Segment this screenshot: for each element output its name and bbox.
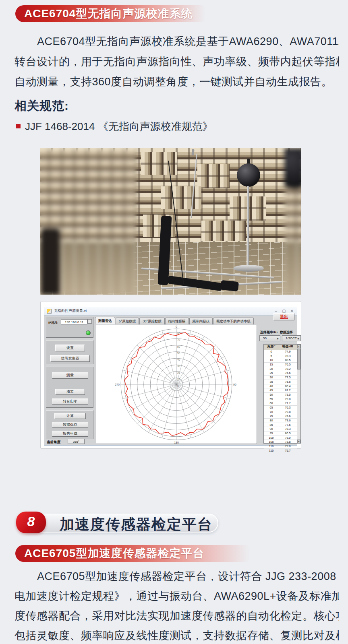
clear-button[interactable]: 清零 [55, 389, 85, 395]
source-group: 设置 信号发生器 [46, 340, 93, 364]
paragraph-line: 度传感器配合，采用对比法实现加速度传感器的自动化检定。核心功能 [14, 606, 339, 626]
svg-text:270: 270 [115, 383, 120, 386]
anechoic-wall-blur [40, 148, 137, 242]
report-generate-button[interactable]: 报告生成 [52, 431, 88, 437]
frequency-value: 50 [263, 336, 267, 340]
window-titlebar[interactable]: 无指向性声源测量.vi – ▢ ✕ [44, 307, 297, 316]
col-amplitude: 幅值/dB [279, 345, 296, 349]
scrollbar-thumb[interactable] [297, 349, 300, 369]
col-angle: 角度/° [264, 345, 279, 349]
table-row: 2576.6 [264, 371, 297, 376]
polar-radar-chart: 10203040506070800090180270 [96, 325, 257, 444]
table-row: 1576.5 [264, 363, 297, 367]
ip-confirm-button[interactable] [87, 319, 92, 324]
speaker-pole [247, 186, 249, 266]
current-angle-value: 355° [68, 439, 85, 444]
paragraph-line: 电加速度计检定规程》，通过与振动台、AWA6290L+设备及标准加速 [14, 586, 339, 606]
speaker-blur [284, 148, 301, 188]
angle-amplitude-table: 角度/°幅值/dB 074.9578.31080.51576.52078.225… [263, 344, 301, 444]
section-banner-ace6704: ACE6704型无指向声源校准系统 [15, 5, 205, 22]
paragraph-line: 自动测量，支持360度自动调整角度，一键测试并自动生成报告。 [14, 72, 339, 92]
svg-text:180: 180 [174, 441, 179, 444]
spec-text: JJF 1468-2014 《无指向声源校准规范》 [25, 119, 213, 134]
wedge-patch [161, 186, 201, 209]
ip-group: IP地址 192.168.0.11 [46, 317, 93, 338]
svg-text:90: 90 [233, 383, 236, 386]
tab-bar: 测量雷达5°原始数据30°原始数据指向性振幅频带内起伏额定功率下的声功率级 [95, 317, 254, 324]
svg-text:40: 40 [177, 358, 180, 361]
wedge-patch [141, 152, 177, 175]
table-row: 6071.7 [264, 401, 297, 406]
scroll-down-icon[interactable]: ▼ [297, 440, 300, 443]
exit-button[interactable]: 退出 [273, 313, 294, 320]
paragraph-ace6705: ACE6705型加速度传感器检定平台，设计符合 JJG 233-2008 《压 … [14, 567, 339, 644]
measurement-app-window: 无指向性声源测量.vi – ▢ ✕ IP地址 192.168.0.11 设置 信… [44, 307, 297, 446]
anechoic-chamber-photo [40, 148, 301, 295]
section-title: 加速度传感器检定平台 [60, 515, 213, 535]
table-row: 3077.5 [264, 376, 297, 380]
section-number: 8 [16, 514, 46, 529]
paragraph-line: 转台设计的，用于无指向声源指向性、声功率级、频带内起伏等指标 [14, 52, 339, 72]
ip-address-input[interactable]: 192.168.0.11 [61, 319, 87, 324]
table-row: 7576.6 [264, 414, 297, 419]
table-header: 角度/°幅值/dB [264, 345, 297, 350]
table-row: 10573.8 [264, 440, 297, 444]
table-row: 11079.0 [264, 444, 297, 449]
measure-group: 测量 清零 转台归零 [46, 367, 93, 408]
table-row: 11575.7 [264, 449, 297, 453]
dodecahedron-speaker [237, 163, 260, 187]
tab-rated-power[interactable]: 额定功率下的声功率级 [213, 318, 254, 324]
ip-label: IP地址 [48, 320, 58, 325]
section-number-badge: 8 [16, 512, 46, 533]
vi-app-icon [47, 309, 52, 314]
paragraph-ace6704: ACE6704型无指向声源校准系统是基于AWA6290、AWA7011A 转台设… [14, 31, 339, 92]
frequency-dropdown[interactable]: 50 ▼ [259, 335, 280, 341]
data-select-label: 数据选择 [280, 330, 293, 334]
paragraph-line: 包括灵敏度、频率响应及线性度测试，支持数据存储、复测比对及检定 [14, 626, 339, 644]
table-row: 5073.5 [264, 393, 297, 397]
svg-text:0: 0 [177, 385, 179, 388]
signal-generator-button[interactable]: 信号发生器 [50, 355, 90, 362]
svg-text:70: 70 [177, 339, 180, 341]
chevron-down-icon: ▼ [276, 336, 279, 341]
svg-text:30: 30 [177, 365, 180, 367]
tab-30deg-raw[interactable]: 30°原始数据 [139, 318, 165, 324]
table-row: 9580.5 [264, 431, 297, 436]
table-row: 074.9 [264, 350, 297, 354]
software-screenshot-card: 无指向性声源测量.vi – ▢ ✕ IP地址 192.168.0.11 设置 信… [40, 301, 301, 449]
window-title: 无指向性声源测量.vi [54, 308, 87, 314]
svg-text:20: 20 [177, 372, 180, 374]
table-scrollbar[interactable]: ▲ ▼ [297, 345, 300, 443]
connection-led-icon [86, 330, 91, 335]
table-body: 074.9578.31080.51576.52078.22576.63077.5… [264, 350, 297, 453]
table-row: 8079.6 [264, 419, 297, 423]
table-row: 6576.3 [264, 406, 297, 410]
section-banner-ace6705: ACE6705型加速度传感器检定平台 [15, 545, 250, 562]
settings-button[interactable]: 设置 [55, 345, 85, 351]
table-row: 10079.0 [264, 436, 297, 440]
tab-directivity[interactable]: 指向性振幅 [165, 318, 189, 324]
svg-text:0: 0 [176, 325, 177, 328]
table-row: 2078.2 [264, 367, 297, 372]
speaker-base [233, 265, 264, 272]
measure-button[interactable]: 测量 [52, 372, 88, 379]
wedge-patch [201, 221, 246, 241]
page: ACE6704型无指向声源校准系统 ACE6704型无指向声源校准系统是基于AW… [0, 0, 348, 644]
tab-5deg-raw[interactable]: 5°原始数据 [116, 318, 139, 324]
chevron-down-icon: ▼ [297, 336, 300, 341]
save-data-button[interactable]: 数据保存 [52, 422, 88, 428]
polar-plot: 10203040506070800090180270 [96, 325, 257, 444]
turntable-zero-button[interactable]: 转台归零 [52, 398, 88, 405]
mesh-floor-blur [284, 242, 301, 295]
current-angle-label: 当前角度 [47, 440, 60, 445]
calculate-button[interactable]: 计算 [54, 413, 86, 419]
svg-text:10: 10 [177, 378, 180, 381]
tab-band-ripple[interactable]: 频带内起伏 [189, 318, 213, 324]
calc-group: 计算 数据保存 报告生成 [46, 410, 93, 439]
scroll-up-icon[interactable]: ▲ [297, 345, 300, 348]
data-type-dropdown[interactable]: 1/3OCT ▼ [282, 335, 301, 341]
table-row: 9078.3 [264, 427, 297, 431]
tab-measure-radar[interactable]: 测量雷达 [95, 317, 115, 324]
photo-blur-right [284, 148, 301, 295]
data-type-value: 1/3OCT [286, 336, 297, 340]
